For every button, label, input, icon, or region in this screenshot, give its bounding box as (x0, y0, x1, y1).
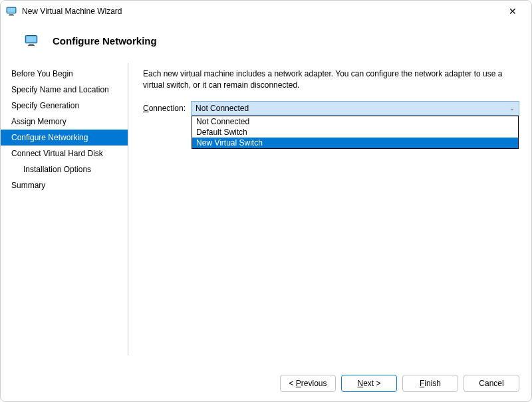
chevron-down-icon: ⌄ (509, 105, 515, 112)
close-button[interactable]: ✕ (499, 2, 526, 21)
connection-option[interactable]: Default Switch (192, 127, 518, 138)
wizard-step-item[interactable]: Configure Networking (1, 130, 128, 146)
svg-rect-5 (27, 37, 37, 43)
page-description: Each new virtual machine includes a netw… (143, 68, 519, 92)
wizard-step-item[interactable]: Before You Begin (1, 66, 128, 82)
wizard-steps-sidebar: Before You BeginSpecify Name and Locatio… (1, 63, 128, 355)
wizard-step-item[interactable]: Specify Name and Location (1, 82, 128, 98)
connection-option[interactable]: Not Connected (192, 116, 518, 127)
wizard-main-panel: Each new virtual machine includes a netw… (128, 63, 531, 355)
svg-rect-3 (9, 15, 14, 16)
wizard-step-item[interactable]: Connect Virtual Hard Disk (1, 146, 128, 161)
connection-option[interactable]: New Virtual Switch (192, 138, 518, 148)
wizard-footer: < Previous Next > Finish Cancel (280, 375, 519, 392)
wizard-step-item[interactable]: Specify Generation (1, 98, 128, 114)
wizard-app-icon (6, 6, 17, 17)
connection-selected-value: Not Connected (196, 104, 249, 113)
wizard-step-item[interactable]: Installation Options (1, 161, 128, 177)
wizard-step-item[interactable]: Summary (1, 177, 128, 193)
finish-button[interactable]: Finish (402, 375, 458, 392)
connection-combobox[interactable]: Not Connected ⌄ Not ConnectedDefault Swi… (191, 101, 519, 116)
next-button[interactable]: Next > (341, 375, 397, 392)
wizard-header-icon (25, 34, 38, 47)
connection-dropdown: Not ConnectedDefault SwitchNew Virtual S… (192, 116, 519, 149)
previous-button[interactable]: < Previous (280, 375, 336, 392)
svg-rect-6 (29, 44, 34, 45)
svg-rect-1 (7, 8, 15, 13)
cancel-button[interactable]: Cancel (464, 375, 519, 392)
wizard-header: Configure Networking (1, 22, 531, 63)
page-title: Configure Networking (53, 35, 157, 47)
wizard-step-item[interactable]: Assign Memory (1, 114, 128, 130)
svg-rect-2 (9, 14, 13, 15)
svg-rect-7 (28, 45, 35, 46)
window-title: New Virtual Machine Wizard (22, 7, 122, 16)
titlebar: New Virtual Machine Wizard ✕ (1, 1, 531, 22)
connection-label: Connection: (143, 104, 186, 113)
